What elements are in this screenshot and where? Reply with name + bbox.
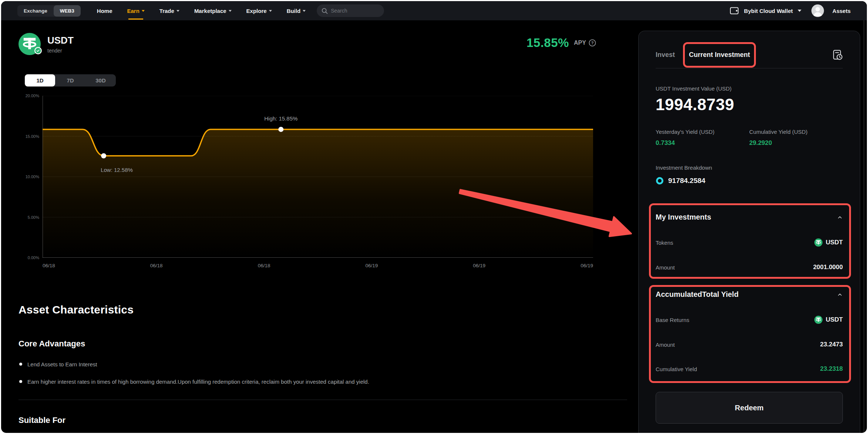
usdt-token-icon	[814, 316, 822, 324]
table-row: Amount 2001.0000	[656, 264, 843, 271]
divider	[18, 400, 627, 400]
x-tick-label: 06/19	[365, 263, 378, 268]
table-row: Tokens USDT	[656, 238, 843, 247]
high-marker	[278, 127, 283, 132]
nav-explore[interactable]: Explore	[246, 8, 272, 14]
nav-trade[interactable]: Trade	[159, 8, 179, 14]
toggle-web3[interactable]: WEB3	[54, 5, 81, 17]
list-item: Lend Assets to Earn Interest	[18, 361, 631, 367]
search-input[interactable]: Search	[317, 4, 384, 17]
low-marker-label: Low: 12.58%	[101, 167, 133, 173]
nav-build[interactable]: Build	[287, 8, 306, 14]
accumulated-yield-section: AccumulatedTotal Yield Base Returns USDT…	[656, 290, 843, 373]
x-tick-label: 06/18	[43, 263, 55, 268]
cumulative-yield-label: Cumulative Yield (USD)	[749, 129, 843, 135]
amount-label: Amount	[656, 342, 675, 348]
search-icon	[322, 8, 328, 14]
tokens-value: USDT	[814, 238, 843, 247]
svg-text:?: ?	[591, 41, 593, 45]
nav-items: Home Earn Trade Marketplace Explore Buil…	[97, 8, 306, 14]
chevron-up-icon[interactable]	[837, 215, 843, 220]
nav-marketplace[interactable]: Marketplace	[194, 8, 232, 14]
apy-label: APY	[574, 40, 586, 46]
advantages-list: Lend Assets to Earn Interest Earn higher…	[18, 361, 631, 385]
x-tick-label: 06/19	[581, 263, 593, 268]
investment-breakdown-value: 91784.2584	[668, 177, 705, 185]
tab-current-investment[interactable]: Current Investment	[689, 51, 750, 59]
cumulative-yield-label: Cumulative Yield	[656, 366, 697, 372]
suitable-for-title: Suitable For	[18, 416, 631, 425]
nav-explore-label: Explore	[246, 8, 267, 14]
yesterday-yield-value: 0.7334	[656, 139, 749, 147]
y-tick-label: 0.00%	[28, 255, 39, 260]
apy-block: 15.85% APY ?	[526, 36, 596, 50]
my-investments-section: My Investments Tokens USDT Amount 2001.0…	[656, 213, 843, 271]
asset-header: USDT tender	[18, 33, 74, 55]
asset-details: Asset Characteristics Core Advantages Le…	[18, 304, 631, 425]
avatar[interactable]	[811, 4, 824, 17]
base-returns-label: Base Returns	[656, 317, 689, 323]
nav-earn[interactable]: Earn	[127, 8, 144, 14]
apy-chart: 20.00%15.00%10.00%5.00%0.00% Low: 12.58%…	[18, 96, 596, 273]
usdt-token-icon	[814, 238, 822, 247]
x-tick-label: 06/18	[150, 263, 163, 268]
nav-home[interactable]: Home	[97, 8, 112, 14]
accumulated-yield-title: AccumulatedTotal Yield	[656, 290, 739, 299]
nav-earn-label: Earn	[127, 8, 139, 14]
base-returns-value: USDT	[814, 316, 843, 324]
nav-assets[interactable]: Assets	[832, 8, 851, 14]
investment-value: 1994.8739	[656, 95, 843, 114]
amount-value: 23.2473	[820, 341, 843, 348]
user-icon	[811, 4, 824, 17]
search-placeholder: Search	[331, 8, 347, 14]
amount-label: Amount	[656, 264, 675, 271]
y-tick-label: 5.00%	[28, 215, 39, 220]
investment-value-label: USDT Investment Value (USD)	[656, 85, 843, 92]
x-tick-label: 06/19	[473, 263, 485, 268]
tab-invest[interactable]: Invest	[656, 51, 675, 59]
toggle-exchange[interactable]: Exchange	[17, 5, 54, 17]
wallet-icon	[730, 7, 739, 15]
y-tick-label: 10.00%	[26, 174, 39, 179]
scrollbar[interactable]	[864, 20, 864, 433]
chart-x-axis: 06/1806/1806/1806/1906/1906/19	[43, 263, 593, 268]
y-tick-label: 15.00%	[26, 134, 39, 139]
history-icon	[832, 49, 843, 60]
chevron-down-icon	[303, 10, 306, 12]
tab-7d[interactable]: 7D	[55, 74, 85, 87]
yesterday-yield-label: Yesterday's Yield (USD)	[656, 129, 749, 135]
tab-1d[interactable]: 1D	[25, 74, 55, 87]
my-investments-title: My Investments	[656, 213, 711, 221]
chevron-up-icon[interactable]	[837, 292, 843, 297]
list-item: Earn higher interest rates in times of h…	[18, 379, 631, 385]
chevron-down-icon	[269, 10, 272, 12]
redeem-button[interactable]: Redeem	[656, 392, 843, 424]
table-row: Base Returns USDT	[656, 316, 843, 324]
table-row: Amount 23.2473	[656, 341, 843, 348]
wallet-selector[interactable]: Bybit Cloud Wallet	[744, 8, 793, 14]
amount-value: 2001.0000	[813, 264, 843, 271]
tab-current-investment-label: Current Investment	[689, 51, 750, 58]
divider	[656, 68, 843, 68]
tokens-label: Tokens	[656, 240, 673, 246]
tab-30d[interactable]: 30D	[85, 74, 116, 87]
table-row: Cumulative Yield 23.2318	[656, 365, 843, 373]
exchange-web3-toggle: Exchange WEB3	[17, 5, 81, 17]
section-title: Asset Characteristics	[18, 304, 631, 316]
panel-tabs: Invest Current Investment	[656, 47, 843, 62]
token-symbol: USDT	[826, 239, 843, 246]
chevron-down-icon[interactable]	[798, 10, 801, 12]
x-tick-label: 06/18	[258, 263, 270, 268]
chevron-down-icon	[142, 10, 145, 12]
bybit-web3-earn-page: Exchange WEB3 Home Earn Trade Marketplac…	[1, 1, 867, 433]
chart-y-axis: 20.00%15.00%10.00%5.00%0.00%	[18, 96, 39, 258]
chevron-down-icon	[176, 10, 179, 12]
history-button[interactable]	[832, 49, 843, 60]
nav-right: Bybit Cloud Wallet Assets	[730, 4, 851, 17]
apy-value: 15.85%	[526, 36, 569, 50]
help-icon[interactable]: ?	[589, 39, 596, 47]
token-symbol: USDT	[826, 316, 843, 323]
nav-trade-label: Trade	[159, 8, 174, 14]
verified-badge-icon	[34, 47, 42, 56]
asset-network: tender	[47, 48, 74, 54]
